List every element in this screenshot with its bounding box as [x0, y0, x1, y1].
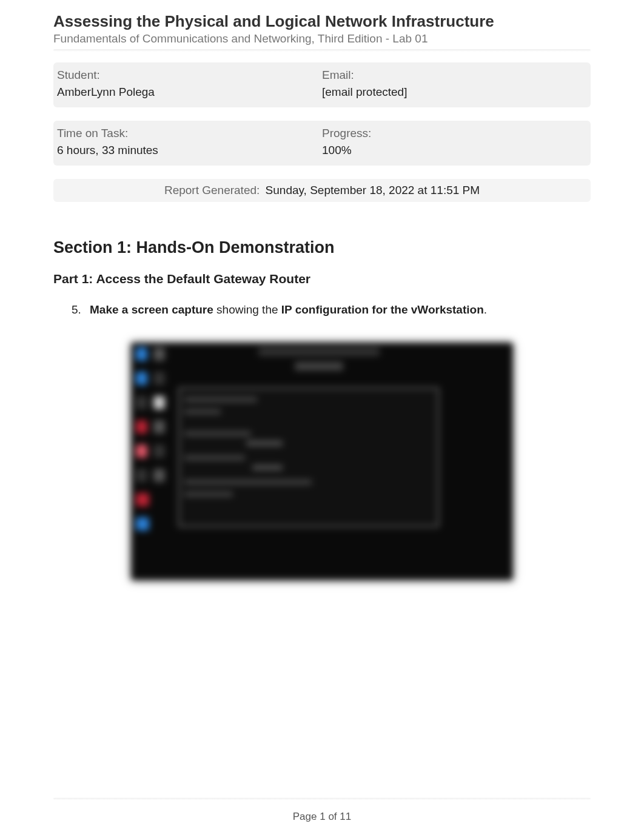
taskbar-icon [136, 444, 147, 458]
taskbar-icon [136, 517, 149, 531]
taskbar-icon [153, 444, 165, 458]
taskbar-icon [136, 347, 147, 361]
taskbar-icon [153, 396, 165, 409]
taskbar-icon [136, 420, 147, 434]
taskbar-icon [153, 420, 165, 434]
report-generated-block: Report Generated: Sunday, September 18, … [53, 179, 591, 202]
step-bold-2: IP configuration for the vWorkstation [281, 303, 484, 316]
document-subtitle: Fundamentals of Communications and Netwo… [53, 32, 591, 45]
student-label: Student: [57, 69, 322, 82]
terminal-text-line [184, 492, 233, 497]
report-generated-value: Sunday, September 18, 2022 at 11:51 PM [266, 184, 480, 196]
terminal-text-line [184, 397, 257, 402]
progress-value: 100% [322, 144, 587, 157]
taskbar-icon [136, 493, 149, 506]
terminal-subtitle [295, 362, 343, 371]
taskbar-icon [136, 396, 147, 409]
student-value: AmberLynn Polega [57, 86, 322, 99]
part-heading: Part 1: Access the Default Gateway Route… [53, 272, 591, 286]
terminal-text-line [184, 409, 221, 414]
terminal-text-line [184, 480, 312, 485]
report-generated-label: Report Generated: [164, 184, 260, 196]
taskbar-icon [153, 469, 165, 482]
student-info-block: Student: AmberLynn Polega Email: [email … [53, 62, 591, 107]
step-bold-1: Make a screen capture [90, 303, 213, 316]
step-mid: showing the [213, 303, 281, 316]
terminal-text-line [184, 455, 245, 460]
embedded-screenshot [131, 343, 513, 580]
email-label: Email: [322, 69, 587, 82]
terminal-window [178, 387, 439, 527]
step-end: . [484, 303, 487, 316]
taskbar-icon [153, 347, 165, 361]
step-number: 5. [72, 302, 81, 318]
step-item: 5. Make a screen capture showing the IP … [75, 302, 591, 318]
taskbar-icons [135, 345, 165, 575]
steps-list: 5. Make a screen capture showing the IP … [75, 302, 591, 318]
document-title: Assessing the Physical and Logical Netwo… [53, 12, 591, 31]
progress-label: Progress: [322, 127, 587, 140]
taskbar-icon [153, 372, 165, 385]
taskbar-icon [136, 469, 147, 482]
time-value: 6 hours, 33 minutes [57, 144, 322, 157]
screenshot-container [53, 343, 591, 580]
section-heading: Section 1: Hands-On Demonstration [53, 238, 591, 257]
footer-divider [53, 797, 591, 800]
terminal-text-line [252, 465, 283, 470]
email-value: [email protected] [322, 86, 587, 99]
page-footer: Page 1 of 11 [53, 806, 591, 823]
terminal-titlebar [258, 347, 380, 356]
terminal-text-line [246, 441, 283, 446]
terminal-text-line [184, 431, 251, 436]
task-info-block: Time on Task: 6 hours, 33 minutes Progre… [53, 121, 591, 166]
time-label: Time on Task: [57, 127, 322, 140]
header-divider [53, 49, 591, 52]
taskbar-icon [136, 372, 147, 385]
